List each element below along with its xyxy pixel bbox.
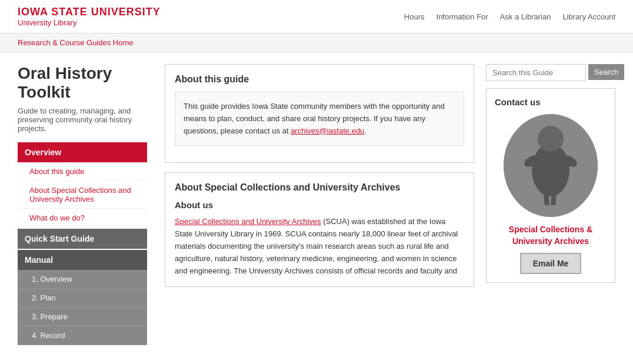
university-name: Iowa State University bbox=[18, 6, 161, 18]
breadcrumb: Research & Course Guides Home bbox=[0, 34, 633, 52]
sidebar-item-2-plan[interactable]: 2. Plan bbox=[18, 289, 147, 308]
right-column: Search Contact us bbox=[486, 64, 615, 345]
about-us-heading: About us bbox=[175, 200, 464, 210]
ask-librarian-link[interactable]: Ask a Librarian bbox=[500, 12, 551, 21]
contact-box: Contact us bbox=[486, 88, 615, 283]
sidebar-overview[interactable]: Overview bbox=[18, 142, 147, 162]
search-area: Search bbox=[486, 64, 615, 88]
contact-image bbox=[504, 114, 598, 217]
main-container: Oral History Toolkit Guide to creating, … bbox=[0, 52, 633, 357]
logo-area: Iowa State University University Library bbox=[18, 6, 161, 27]
scua-link[interactable]: Special Collections and University Archi… bbox=[175, 217, 321, 226]
about-guide-box: This guide provides Iowa State community… bbox=[175, 92, 464, 146]
sidebar-item-what-do[interactable]: What do we do? bbox=[18, 209, 147, 228]
contact-heading: Contact us bbox=[495, 97, 607, 107]
sidebar-nav: Overview About this guide About Special … bbox=[18, 142, 147, 345]
page-title: Oral History Toolkit bbox=[18, 64, 153, 102]
about-scua-section: About Special Collections and University… bbox=[165, 172, 474, 287]
sidebar-item-3-prepare[interactable]: 3. Prepare bbox=[18, 308, 147, 326]
center-column: About this guide This guide provides Iow… bbox=[165, 64, 474, 345]
sidebar-item-1-overview[interactable]: 1. Overview bbox=[18, 270, 147, 289]
search-input[interactable] bbox=[486, 64, 586, 81]
breadcrumb-link[interactable]: Research & Course Guides Home bbox=[18, 38, 134, 47]
hours-link[interactable]: Hours bbox=[404, 12, 425, 21]
sidebar-item-about-scua[interactable]: About Special Collections and University… bbox=[18, 181, 147, 209]
email-me-button[interactable]: Email Me bbox=[520, 253, 582, 274]
about-us-text: Special Collections and University Archi… bbox=[175, 216, 464, 277]
header-nav: Hours Information For Ask a Librarian Li… bbox=[404, 12, 615, 21]
information-for-link[interactable]: Information For bbox=[437, 12, 488, 21]
about-guide-heading: About this guide bbox=[175, 74, 464, 85]
library-account-link[interactable]: Library Account bbox=[562, 12, 615, 21]
library-name: University Library bbox=[18, 18, 161, 27]
contact-org-link[interactable]: Special Collections &University Archives bbox=[509, 225, 592, 246]
sidebar-item-4-record[interactable]: 4. Record bbox=[18, 326, 147, 345]
left-column: Oral History Toolkit Guide to creating, … bbox=[18, 64, 153, 345]
sidebar-manual[interactable]: Manual bbox=[18, 250, 147, 270]
sidebar-quick-start[interactable]: Quick Start Guide bbox=[18, 229, 147, 249]
email-link[interactable]: archives@iastate.edu bbox=[291, 126, 364, 135]
page-subtitle: Guide to creating, managing, and preserv… bbox=[18, 106, 153, 133]
period: . bbox=[364, 126, 367, 135]
contact-org-name: Special Collections &University Archives bbox=[495, 224, 607, 247]
search-wrapper: Search bbox=[486, 64, 615, 81]
sidebar-item-about-guide[interactable]: About this guide bbox=[18, 162, 147, 181]
header: Iowa State University University Library… bbox=[0, 0, 633, 34]
about-guide-section: About this guide This guide provides Iow… bbox=[165, 64, 474, 163]
about-scua-heading: About Special Collections and University… bbox=[175, 182, 464, 193]
search-button[interactable]: Search bbox=[588, 64, 624, 80]
